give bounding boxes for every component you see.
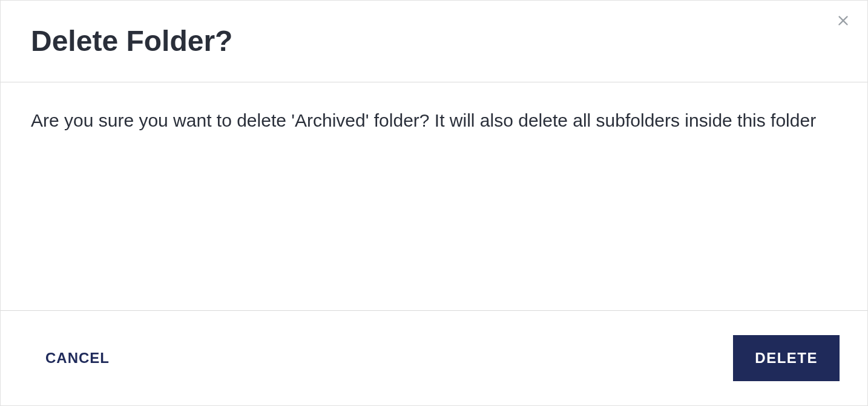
dialog-header: Delete Folder? — [1, 1, 867, 82]
dialog-message: Are you sure you want to delete 'Archive… — [31, 107, 837, 135]
close-icon — [835, 12, 852, 31]
delete-folder-dialog: Delete Folder? Are you sure you want to … — [0, 0, 868, 406]
delete-button[interactable]: DELETE — [733, 335, 840, 381]
close-button[interactable] — [831, 9, 855, 33]
cancel-button[interactable]: CANCEL — [43, 345, 112, 371]
dialog-title: Delete Folder? — [31, 24, 837, 59]
dialog-body: Are you sure you want to delete 'Archive… — [1, 82, 867, 310]
dialog-footer: CANCEL DELETE — [1, 310, 867, 405]
